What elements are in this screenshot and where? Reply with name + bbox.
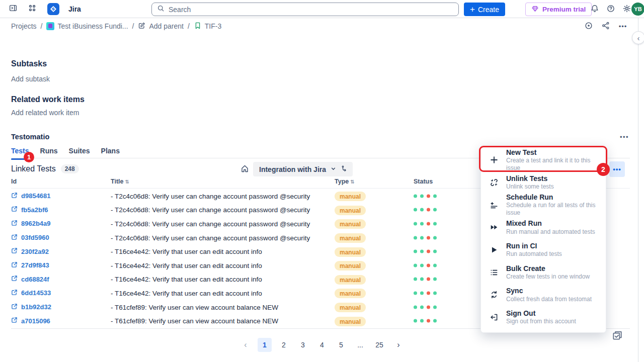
column-header-type[interactable]: Type⇅ [335,178,400,185]
type-badge: manual [335,261,366,270]
related-work-heading: Related work items [11,95,85,104]
status-dot-pass [420,236,424,239]
add-parent-link[interactable]: Add parent [138,22,184,31]
page-button-1[interactable]: 1 [258,338,272,352]
breadcrumb-project[interactable]: Test iBusiness Fundi... [46,22,128,30]
status-dot-pass [433,319,437,323]
branch-icon [341,165,348,174]
test-title: - T16ce4e42: Verify that user can edit a… [111,276,327,283]
add-related-work-field[interactable]: Add related work item [11,109,79,117]
type-badge: manual [335,219,366,229]
test-id-link[interactable]: a7015096 [21,317,50,325]
menu-item-subtitle: Create few tests in one window [506,273,590,281]
bulk-select-icon[interactable] [612,330,623,341]
testomatio-heading: Testomatio [11,133,49,141]
test-id-link[interactable]: 03fd5960 [21,234,49,241]
status-dot-pass [433,222,437,225]
page-button-2[interactable]: 2 [277,338,291,352]
breadcrumb-row: Projects / Test iBusiness Fundi... / Add… [0,18,638,34]
column-header-status: Status [414,178,474,185]
status-dot-fail [427,208,430,212]
create-button[interactable]: + Create [464,3,505,16]
share-button[interactable] [599,19,613,33]
status-dot-fail [427,319,430,323]
test-id-link[interactable]: 27d9f843 [21,261,49,269]
test-id-link[interactable]: 6dd14533 [21,289,51,297]
test-title: - T16ce4e42: Verify that user can edit a… [111,261,327,269]
integration-filter-dropdown[interactable]: Integration with Jira [253,162,343,176]
search-input[interactable] [169,6,453,14]
sidebar-toggle-button[interactable] [6,2,20,16]
sidebar-expand-icon [9,4,18,14]
test-title: - T2c4c06d8: Verify user can change acco… [111,192,327,200]
column-header-title[interactable]: Title⇅ [111,178,327,185]
breadcrumb: Projects / Test iBusiness Fundi... / Add… [11,22,221,31]
add-subtask-field[interactable]: Add subtask [11,75,50,83]
page-button-25[interactable]: 25 [372,338,386,352]
app-grid-icon [28,4,37,14]
branch-filter-button[interactable] [336,162,353,176]
menu-item-sync[interactable]: Sync Collect fresh data from testomat [481,284,606,306]
collapse-panel-button[interactable]: ‹ [632,31,644,44]
menu-item-title: Sync [506,287,592,296]
menu-item-unlink-tests[interactable]: Unlink Tests Unlink some tests [481,171,606,194]
test-id-link[interactable]: d9854681 [21,192,51,200]
test-id-link[interactable]: cd68824f [21,276,49,283]
run-ci-icon [489,245,499,255]
tab-plans[interactable]: Plans [101,147,120,160]
menu-item-bulk-create[interactable]: Bulk Create Create few tests in one wind… [481,261,606,284]
status-dots [414,278,437,281]
app-name: Jira [68,5,81,13]
breadcrumb-issue-key[interactable]: TIF-3 [194,22,221,31]
status-dots [414,263,437,267]
menu-item-sign-out[interactable]: Sign Out Sign out from this account [481,306,606,329]
external-link-icon [11,303,18,312]
external-link-icon [11,289,18,298]
column-header-id[interactable]: Id [11,178,107,185]
menu-item-schedule-run[interactable]: Schedule Run Schedule a run for all test… [481,194,606,216]
search-icon [157,5,165,14]
page-button-5[interactable]: 5 [334,338,348,352]
breadcrumb-projects[interactable]: Projects [11,22,37,30]
sync-icon [489,290,499,300]
status-dot-pass [420,278,424,281]
previous-page-button[interactable]: ‹ [238,338,253,352]
help-button[interactable] [604,2,618,16]
app-switcher-button[interactable] [25,2,39,16]
menu-item-mixed-run[interactable]: Mixed Run Run manual and automated tests [481,216,606,239]
global-search[interactable] [151,3,459,16]
status-dot-pass [433,291,437,295]
watch-button[interactable] [582,19,596,33]
home-button[interactable] [239,164,250,175]
notifications-button[interactable] [588,2,602,16]
share-icon [601,21,610,32]
menu-item-run-in-ci[interactable]: Run in CI Run automated tests [481,239,606,261]
menu-item-title: Sign Out [506,309,576,318]
testomatio-more-button[interactable]: ••• [618,132,631,142]
user-avatar[interactable]: YB [631,3,644,16]
page-button-3[interactable]: 3 [296,338,310,352]
status-dot-fail [427,222,430,225]
test-title: - T16ce4e42: Verify that user can edit a… [111,248,327,255]
jira-logo-icon[interactable] [47,3,59,15]
status-dots [414,208,437,212]
tab-suites[interactable]: Suites [69,147,90,160]
status-dots [414,236,437,239]
test-id-link[interactable]: 8962b4a9 [21,220,51,227]
external-link-icon [11,247,18,256]
test-id-link[interactable]: b1b92d32 [21,303,51,311]
menu-item-new-test[interactable]: New Test Create a test and link it it to… [481,149,606,171]
more-actions-button[interactable]: ••• [616,19,630,33]
test-title: - T16ce4e42: Verify that user can edit a… [111,289,327,297]
tab-runs[interactable]: Runs [40,147,58,160]
menu-item-subtitle: Unlink some tests [506,183,554,191]
test-id-link[interactable]: fb5a2bf6 [21,206,48,214]
page-button-4[interactable]: 4 [315,338,329,352]
status-dot-pass [420,222,424,225]
test-id-link[interactable]: 230f2a92 [21,248,49,255]
testomatio-actions-menu: New Test Create a test and link it it to… [480,145,606,333]
premium-trial-button[interactable]: Premium trial [525,3,592,16]
next-page-button[interactable]: › [391,338,406,352]
tests-more-button[interactable]: ••• [609,161,625,177]
status-dot-pass [433,278,437,281]
